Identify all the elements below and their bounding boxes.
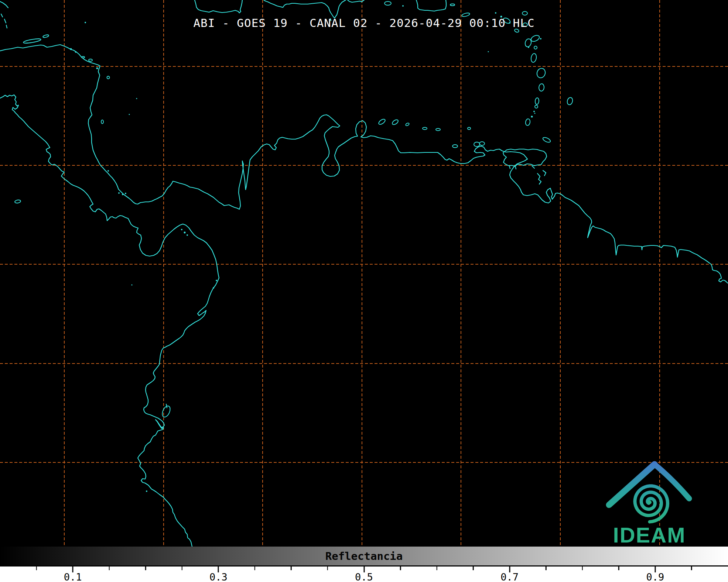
island-outline	[392, 119, 399, 126]
islet-dot	[495, 12, 496, 14]
colorbar-minor-tick	[291, 566, 292, 570]
islet-dot	[528, 47, 529, 48]
islet-dot	[118, 192, 120, 194]
islet-dot	[488, 51, 489, 52]
island-outline	[450, 4, 455, 6]
islet-dot	[122, 194, 123, 195]
islet-dot	[213, 287, 214, 289]
island-outline	[479, 142, 485, 145]
jamaica-coast	[195, 0, 242, 13]
colorbar-tick-label: 0.5	[355, 571, 373, 582]
island-outline	[14, 200, 21, 204]
island-outline	[530, 53, 537, 63]
islet-dot	[531, 116, 533, 118]
colorbar-minor-tick	[436, 566, 437, 570]
logo-hurricane-spiral	[635, 486, 668, 522]
island-outline	[89, 59, 92, 61]
islet-dot	[187, 234, 188, 236]
island-outline	[101, 120, 103, 124]
islet-dot	[216, 280, 217, 281]
island-outline	[423, 127, 427, 130]
islet-dot	[75, 51, 76, 53]
colorbar-tick-label: 0.3	[209, 571, 228, 582]
colorbar-minor-tick	[691, 566, 692, 570]
honduras-corner-fragment-1	[0, 1, 8, 8]
reflectance-colorbar: Reflectancia	[0, 547, 728, 565]
colorbar-tick-label: 0.7	[500, 571, 519, 582]
colorbar-minor-tick	[36, 566, 37, 570]
colorbar-minor-tick	[254, 566, 256, 570]
island-outline	[468, 127, 471, 130]
hispaniola-south-coast	[264, 0, 346, 18]
island-outline	[42, 34, 49, 38]
colorbar-minor-tick	[145, 566, 146, 570]
islet-dot	[402, 5, 404, 7]
colorbar-minor-tick	[546, 566, 547, 570]
island-outline	[107, 76, 110, 79]
puerto-rico-south-coast	[416, 0, 446, 11]
island-outline	[534, 46, 537, 49]
island-outline	[23, 38, 41, 44]
island-outline	[161, 405, 172, 419]
island-outline	[567, 97, 574, 106]
island-outline	[452, 145, 458, 148]
colorbar-minor-tick	[618, 566, 619, 570]
island-outline	[474, 142, 480, 147]
logo-spiral-eye	[648, 500, 652, 504]
islet-dot	[96, 68, 98, 69]
island-outline	[535, 98, 539, 105]
islet-dot	[184, 232, 186, 234]
islet-dot	[534, 113, 536, 114]
island-outline	[405, 123, 410, 126]
island-outline	[535, 105, 538, 108]
island-outline	[384, 1, 391, 5]
colorbar-minor-tick	[473, 566, 474, 570]
map-title: ABI - GOES 19 - CANAL 02 - 2026-04-29 00…	[0, 16, 728, 30]
islet-dot	[131, 285, 133, 286]
colorbar-minor-tick	[400, 566, 401, 570]
islet-dot	[136, 98, 137, 99]
colorbar-minor-tick	[582, 566, 583, 570]
islet-dot	[540, 38, 541, 39]
islet-dot	[70, 48, 72, 50]
island-outline	[536, 67, 547, 79]
colorbar-label: Reflectancia	[325, 550, 403, 562]
islet-dot	[533, 111, 535, 112]
orinoco-delta-marks-1	[537, 173, 541, 184]
ideam-logo-text: IDEAM	[613, 523, 686, 547]
islet-dot	[107, 170, 109, 172]
island-outline	[539, 83, 544, 91]
colorbar-minor-tick	[182, 566, 183, 570]
caribbean-mainland-coast	[0, 45, 728, 283]
island-outline	[522, 11, 527, 15]
islet-dot	[181, 229, 182, 230]
island-outline	[378, 118, 386, 125]
colorbar-tick-strip: 0.10.30.50.70.9	[0, 566, 728, 582]
island-outline	[525, 118, 531, 126]
satellite-map: ABI - GOES 19 - CANAL 02 - 2026-04-29 00…	[0, 0, 728, 547]
island-outline	[530, 34, 540, 43]
orinoco-delta-marks-2	[543, 171, 546, 176]
colorbar-minor-tick	[109, 566, 110, 570]
island-outline	[542, 137, 551, 143]
island-outline	[436, 128, 440, 131]
islet-dot	[125, 193, 126, 194]
colorbar-tick-label: 0.1	[64, 571, 82, 582]
colorbar-minor-tick	[327, 566, 328, 570]
map-svg	[0, 0, 728, 547]
islet-dot	[146, 490, 147, 492]
pacific-mainland-coast	[0, 95, 219, 547]
colorbar-tick-label: 0.9	[646, 571, 664, 582]
islet-dot	[129, 114, 130, 115]
